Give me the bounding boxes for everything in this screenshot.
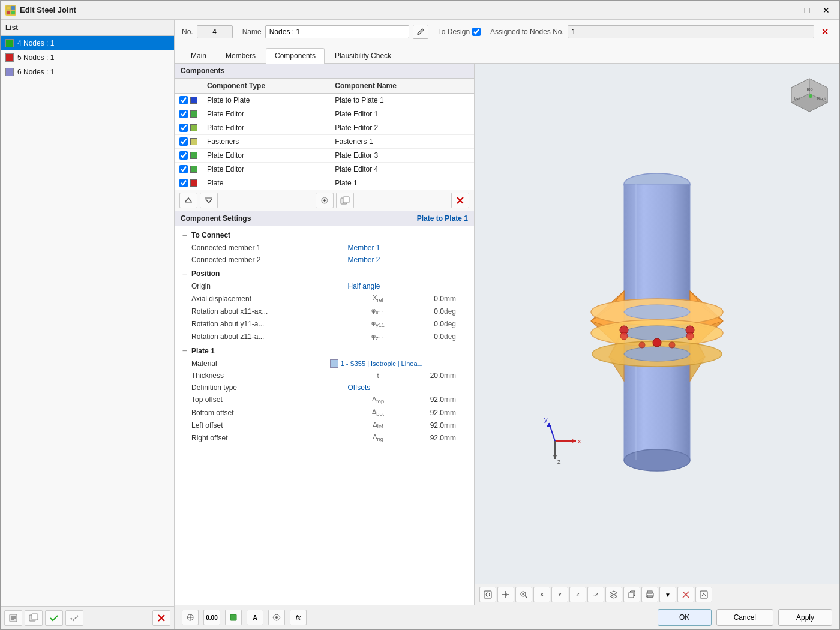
- value-icon-button[interactable]: 0.00: [203, 610, 220, 625]
- eye-icon-button[interactable]: [268, 610, 285, 625]
- svg-rect-0: [7, 6, 10, 10]
- cancel-button[interactable]: Cancel: [716, 609, 773, 626]
- tab-plausibility[interactable]: Plausibility Check: [326, 48, 400, 63]
- copy-component-button[interactable]: [336, 193, 354, 208]
- thickness-unit: mm: [444, 371, 468, 380]
- comp-row[interactable]: Fasteners Fasteners 1: [175, 135, 474, 149]
- comp-checkbox[interactable]: [179, 96, 188, 104]
- green-sq-icon-button[interactable]: [225, 610, 242, 625]
- svg-rect-62: [230, 614, 236, 620]
- view-select-button[interactable]: [479, 587, 496, 602]
- view-close-button[interactable]: [677, 587, 694, 602]
- list-item[interactable]: 4 Nodes : 1: [1, 36, 174, 50]
- tab-components[interactable]: Components: [266, 48, 325, 64]
- tab-main[interactable]: Main: [182, 48, 215, 63]
- apply-button[interactable]: Apply: [778, 609, 832, 626]
- to-design-checkbox[interactable]: [472, 28, 481, 36]
- name-input[interactable]: [265, 25, 409, 38]
- comp-checkbox[interactable]: [179, 124, 188, 132]
- rot-x11-unit: deg: [444, 307, 468, 316]
- list-item[interactable]: 5 Nodes : 1: [1, 50, 174, 65]
- position-header[interactable]: ─ Position: [175, 267, 474, 280]
- 3d-canvas[interactable]: Top Left Right: [475, 64, 839, 584]
- split-pane: Components Component Type Component Name: [175, 64, 839, 605]
- view-rotate-x-button[interactable]: X: [533, 587, 550, 602]
- view-3d-button[interactable]: [623, 587, 640, 602]
- grid-icon-button[interactable]: [182, 610, 199, 625]
- plate1-header[interactable]: ─ Plate 1: [175, 344, 474, 358]
- svg-point-35: [624, 347, 690, 361]
- comp-color: [190, 124, 197, 131]
- comp-checkbox[interactable]: [179, 165, 188, 173]
- text-icon-button[interactable]: A: [247, 610, 263, 625]
- comp-color: [190, 138, 197, 145]
- comp-row[interactable]: Plate Editor Plate Editor 4: [175, 163, 474, 176]
- connected-member-2-value: Member 2: [348, 256, 469, 264]
- move-down-button[interactable]: [200, 193, 218, 208]
- duplicate-list-item-button[interactable]: [25, 610, 43, 626]
- check-button[interactable]: [45, 610, 63, 626]
- view-print-button[interactable]: [641, 587, 658, 602]
- rot-y11-unit: deg: [444, 320, 468, 328]
- comp-type-header: Component Type: [202, 79, 330, 94]
- view-layers-button[interactable]: [605, 587, 622, 602]
- name-edit-button[interactable]: [413, 25, 428, 39]
- comp-row-check: [179, 124, 197, 132]
- ok-button[interactable]: OK: [658, 609, 712, 626]
- add-list-item-button[interactable]: [4, 610, 22, 626]
- view-dropdown-button[interactable]: ▼: [659, 587, 676, 602]
- tab-members[interactable]: Members: [217, 48, 265, 63]
- delete-component-button[interactable]: [451, 193, 469, 208]
- comp-checkbox[interactable]: [179, 137, 188, 146]
- assigned-input[interactable]: [568, 25, 814, 38]
- nav-cube[interactable]: Top Left Right: [785, 70, 833, 118]
- comp-name-cell: Fasteners 1: [330, 135, 464, 149]
- definition-type-value: Offsets: [348, 383, 469, 392]
- view-pan-button[interactable]: [497, 587, 514, 602]
- rot-x11-symbol: φx11: [360, 307, 396, 316]
- comp-checkbox[interactable]: [179, 110, 188, 118]
- svg-rect-52: [484, 591, 491, 598]
- bottom-offset-label: Bottom offset: [191, 409, 360, 417]
- comp-type-cell: Fasteners: [202, 135, 330, 149]
- maximize-button[interactable]: □: [799, 4, 815, 17]
- view-rotate-y-button[interactable]: Y: [551, 587, 568, 602]
- components-table: Component Type Component Name: [175, 79, 474, 190]
- fx-icon-button[interactable]: fx: [290, 610, 307, 625]
- assigned-clear-button[interactable]: ✕: [818, 25, 832, 39]
- material-value: 1 - S355 | Isotropic | Linea...: [341, 360, 469, 367]
- close-button[interactable]: ✕: [818, 4, 835, 17]
- minimize-button[interactable]: –: [779, 4, 796, 17]
- window-controls: – □ ✕: [779, 4, 835, 17]
- comp-checkbox[interactable]: [179, 179, 188, 187]
- comp-row[interactable]: Plate to Plate Plate to Plate 1: [175, 94, 474, 107]
- svg-text:Right: Right: [817, 97, 826, 100]
- uncheck-button[interactable]: [65, 610, 83, 626]
- comp-row[interactable]: Plate Plate 1: [175, 176, 474, 190]
- comp-checkbox[interactable]: [179, 151, 188, 160]
- comp-name-cell: Plate Editor 4: [330, 163, 464, 176]
- connected-member-2-label: Connected member 2: [191, 256, 312, 264]
- move-up-button[interactable]: [179, 193, 197, 208]
- view-export-button[interactable]: [695, 587, 712, 602]
- top-offset-unit: mm: [444, 395, 468, 404]
- comp-row[interactable]: Plate Editor Plate Editor 3: [175, 149, 474, 163]
- rot-x11-row: Rotation about x11-ax... φx11 0.0 deg: [175, 305, 474, 317]
- no-input[interactable]: [197, 25, 233, 38]
- to-connect-header[interactable]: ─ To Connect: [175, 229, 474, 242]
- comp-row[interactable]: Plate Editor Plate Editor 1: [175, 107, 474, 121]
- add-component-button[interactable]: [316, 193, 334, 208]
- list-panel: List 4 Nodes : 1 5 Nodes : 1 6 Nodes : 1: [1, 20, 175, 629]
- svg-text:Top: Top: [806, 87, 812, 92]
- svg-point-63: [275, 616, 278, 619]
- component-settings: Component Settings Plate to Plate 1 ─ To…: [175, 211, 474, 605]
- comp-row[interactable]: Plate Editor Plate Editor 2: [175, 121, 474, 135]
- view-rotate-mz-button[interactable]: -Z: [587, 587, 604, 602]
- axial-disp-row: Axial displacement Xref 0.0 mm: [175, 292, 474, 305]
- list-item[interactable]: 6 Nodes : 1: [1, 65, 174, 79]
- list-item-label: 4 Nodes : 1: [17, 39, 54, 47]
- view-rotate-z-button[interactable]: Z: [569, 587, 586, 602]
- view-zoom-button[interactable]: [515, 587, 532, 602]
- left-offset-symbol: Δlef: [360, 421, 396, 430]
- delete-list-item-button[interactable]: [152, 610, 170, 626]
